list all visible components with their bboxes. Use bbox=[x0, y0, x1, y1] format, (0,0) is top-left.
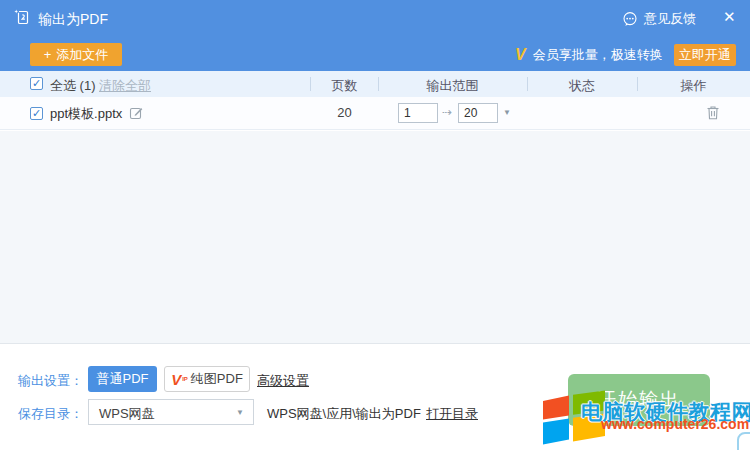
filename-label: ppt模板.pptx bbox=[50, 105, 122, 123]
column-header-range: 输出范围 bbox=[378, 77, 527, 95]
rename-icon[interactable] bbox=[129, 105, 144, 124]
export-pdf-icon bbox=[13, 8, 32, 31]
open-directory-link[interactable]: 打开目录 bbox=[426, 405, 478, 423]
feedback-button[interactable]: 意见反馈 bbox=[622, 10, 696, 28]
range-dropdown-icon[interactable]: ▼ bbox=[503, 108, 511, 117]
save-dir-label: 保存目录： bbox=[18, 405, 83, 423]
delete-file-icon[interactable] bbox=[705, 104, 721, 125]
clear-all-link[interactable]: 清除全部 bbox=[99, 77, 151, 95]
chat-bubble-icon bbox=[622, 11, 638, 27]
save-path-text: WPS网盘\应用\输出为PDF bbox=[267, 405, 421, 423]
image-pdf-label: 纯图PDF bbox=[191, 370, 243, 388]
image-pdf-button[interactable]: VIP 纯图PDF bbox=[164, 366, 250, 392]
member-banner: V 会员享批量，极速转换 立即开通 bbox=[515, 43, 736, 66]
range-arrow-icon: ⇢ bbox=[442, 105, 452, 119]
range-from-input[interactable] bbox=[398, 103, 438, 123]
member-banner-text: 会员享批量，极速转换 bbox=[533, 46, 663, 64]
vip-ip-icon: IP bbox=[182, 376, 188, 382]
upgrade-button[interactable]: 立即开通 bbox=[674, 44, 736, 66]
advanced-settings-link[interactable]: 高级设置 bbox=[257, 372, 309, 390]
page-title: 输出为PDF bbox=[38, 11, 108, 29]
file-list-empty-area bbox=[0, 131, 750, 343]
export-pdf-window: 输出为PDF 意见反馈 ✕ + 添加文件 V 会员享批量，极速转换 立即开通 ✓… bbox=[0, 0, 750, 450]
start-output-button[interactable]: 开始输出 bbox=[568, 374, 710, 426]
vip-icon: V bbox=[171, 371, 181, 388]
column-header-pages: 页数 bbox=[311, 77, 378, 95]
table-row: ✓ ppt模板.pptx 20 ⇢ ▼ bbox=[0, 97, 750, 130]
column-header-status: 状态 bbox=[527, 77, 637, 95]
save-location-value: WPS网盘 bbox=[99, 405, 155, 423]
feedback-label: 意见反馈 bbox=[644, 10, 696, 28]
add-file-label: 添加文件 bbox=[56, 46, 108, 64]
titlebar: 输出为PDF 意见反馈 ✕ + 添加文件 V 会员享批量，极速转换 立即开通 bbox=[0, 0, 750, 71]
table-header: ✓ 全选 (1) 清除全部 页数 输出范围 状态 操作 bbox=[0, 71, 750, 97]
output-settings-label: 输出设置： bbox=[18, 372, 83, 390]
save-location-select[interactable]: WPS网盘 ▼ bbox=[88, 399, 254, 425]
footer-panel: 输出设置： 普通PDF VIP 纯图PDF 高级设置 保存目录： WPS网盘 ▼… bbox=[0, 343, 750, 450]
add-file-button[interactable]: + 添加文件 bbox=[30, 43, 122, 66]
select-all-label: 全选 (1) bbox=[50, 77, 96, 95]
vip-icon: V bbox=[515, 46, 526, 64]
normal-pdf-button[interactable]: 普通PDF bbox=[88, 366, 157, 392]
plus-icon: + bbox=[44, 47, 52, 62]
column-header-action: 操作 bbox=[637, 77, 750, 95]
row-checkbox[interactable]: ✓ bbox=[30, 107, 43, 120]
pages-cell: 20 bbox=[311, 105, 378, 120]
chevron-down-icon: ▼ bbox=[236, 408, 244, 417]
close-icon[interactable]: ✕ bbox=[723, 8, 736, 26]
range-to-input[interactable] bbox=[458, 103, 498, 123]
select-all-checkbox[interactable]: ✓ bbox=[30, 77, 43, 90]
